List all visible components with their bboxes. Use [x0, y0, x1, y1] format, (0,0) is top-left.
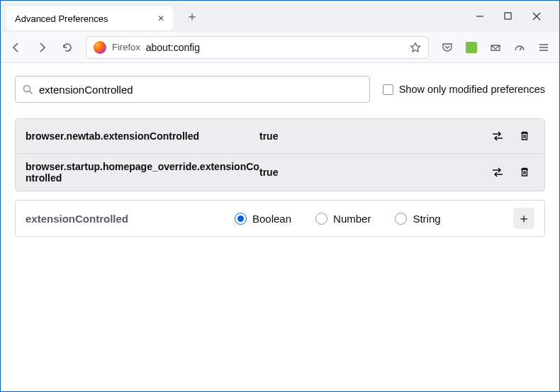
extension-icon[interactable] [460, 36, 483, 59]
svg-rect-1 [505, 13, 511, 19]
address-bar[interactable]: Firefox about:config [86, 36, 429, 59]
search-box[interactable] [15, 76, 370, 103]
add-pref-row: extensionControlled Boolean Number Strin… [15, 200, 545, 237]
radio-icon [235, 213, 247, 225]
close-icon[interactable]: ✕ [157, 13, 164, 23]
checkbox-label: Show only modified preferences [399, 84, 545, 95]
toggle-button[interactable] [488, 126, 508, 146]
svg-line-8 [30, 91, 33, 94]
forward-button[interactable] [30, 36, 53, 59]
radio-icon [395, 213, 407, 225]
pocket-icon[interactable] [436, 36, 459, 59]
radio-boolean[interactable]: Boolean [235, 213, 291, 225]
bookmark-star-icon[interactable] [410, 42, 421, 53]
search-row: Show only modified preferences [15, 76, 545, 103]
addr-label: Firefox [112, 42, 140, 52]
inbox-icon[interactable] [484, 36, 507, 59]
radio-label: String [413, 213, 440, 225]
pref-value: true [259, 167, 488, 178]
titlebar: Advanced Preferences ✕ ＋ [1, 1, 559, 32]
add-pref-name: extensionControlled [26, 213, 235, 225]
add-button[interactable]: ＋ [513, 208, 534, 229]
new-tab-button[interactable]: ＋ [180, 5, 204, 28]
content-area: Show only modified preferences browser.n… [1, 63, 559, 391]
gauge-icon[interactable] [508, 36, 531, 59]
browser-window: Advanced Preferences ✕ ＋ Firef [0, 0, 560, 392]
toolbar: Firefox about:config [1, 32, 559, 63]
show-modified-checkbox[interactable]: Show only modified preferences [383, 84, 545, 95]
type-options: Boolean Number String [235, 213, 513, 225]
reload-button[interactable] [56, 36, 79, 59]
preferences-table: browser.newtab.extensionControlled true … [15, 118, 545, 191]
close-button[interactable] [532, 12, 547, 21]
delete-button[interactable] [515, 162, 534, 182]
maximize-button[interactable] [504, 12, 518, 21]
radio-icon [315, 213, 327, 225]
radio-string[interactable]: String [395, 213, 440, 225]
toggle-button[interactable] [488, 162, 508, 182]
radio-number[interactable]: Number [315, 213, 371, 225]
delete-button[interactable] [515, 126, 534, 146]
back-button[interactable] [5, 36, 28, 59]
search-input[interactable] [39, 84, 362, 96]
url-text: about:config [146, 42, 404, 53]
checkbox-icon [383, 84, 393, 95]
radio-label: Boolean [252, 213, 291, 225]
minimize-button[interactable] [476, 12, 490, 21]
window-controls [476, 12, 554, 21]
pref-name: browser.newtab.extensionControlled [26, 130, 259, 142]
pref-actions [488, 126, 534, 146]
toolbar-icons [436, 36, 555, 59]
tab-title: Advanced Preferences [15, 13, 152, 24]
pref-value: true [259, 130, 488, 142]
search-icon [23, 84, 33, 95]
menu-button[interactable] [532, 36, 555, 59]
svg-point-7 [24, 85, 30, 91]
pref-row[interactable]: browser.newtab.extensionControlled true [16, 119, 544, 153]
radio-label: Number [333, 213, 371, 225]
firefox-logo-icon [94, 41, 106, 54]
tab[interactable]: Advanced Preferences ✕ [6, 6, 173, 30]
pref-name: browser.startup.homepage_override.extens… [26, 161, 259, 184]
pref-row[interactable]: browser.startup.homepage_override.extens… [16, 153, 544, 191]
pref-actions [488, 162, 534, 182]
